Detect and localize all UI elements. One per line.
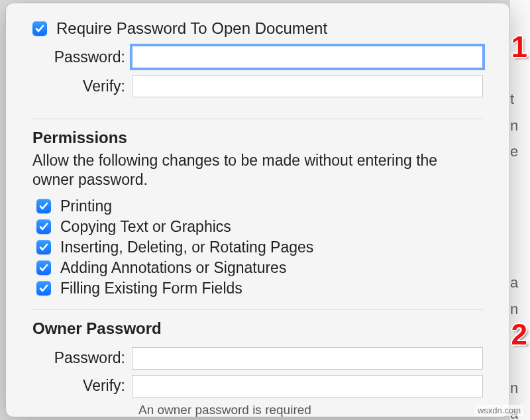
permissions-section: Permissions Allow the following changes … [32, 129, 483, 300]
open-verify-input[interactable] [132, 75, 483, 97]
divider [32, 119, 483, 119]
perm-form-fields-checkbox[interactable] [36, 281, 51, 295]
require-password-label: Require Password To Open Document [56, 19, 327, 38]
owner-password-label: Password: [32, 349, 132, 367]
permissions-description: Allow the following changes to be made w… [32, 151, 483, 189]
annotation-callout-1: 1 [511, 30, 527, 64]
owner-password-section: Owner Password Password: Verify: An owne… [32, 319, 483, 417]
open-verify-label: Verify: [32, 78, 132, 95]
perm-insert-label: Inserting, Deleting, or Rotating Pages [60, 238, 313, 256]
owner-verify-input[interactable] [132, 375, 483, 397]
perm-form-fields-label: Filling Existing Form Fields [60, 280, 242, 297]
owner-password-input[interactable] [132, 347, 483, 370]
perm-copying-checkbox[interactable] [36, 219, 51, 234]
owner-password-title: Owner Password [32, 319, 483, 338]
password-dialog: Require Password To Open Document Passwo… [5, 3, 510, 417]
divider [32, 309, 483, 310]
perm-annotations-label: Adding Annotations or Signatures [60, 259, 286, 277]
perm-copying-label: Copying Text or Graphics [60, 218, 231, 236]
annotation-callout-2: 2 [511, 318, 527, 351]
perm-annotations-checkbox[interactable] [36, 260, 51, 275]
perm-printing-label: Printing [60, 197, 112, 215]
open-password-input[interactable] [132, 46, 483, 68]
owner-password-hint: An owner password is required [138, 403, 483, 417]
require-password-checkbox[interactable] [32, 21, 47, 36]
open-password-label: Password: [32, 48, 132, 66]
watermark: wsxdn.com [475, 405, 523, 416]
perm-printing-checkbox[interactable] [36, 199, 51, 213]
owner-verify-label: Verify: [32, 377, 132, 395]
perm-insert-checkbox[interactable] [36, 240, 51, 254]
permissions-list: Printing Copying Text or Graphics Insert… [32, 197, 483, 297]
permissions-title: Permissions [32, 129, 483, 147]
